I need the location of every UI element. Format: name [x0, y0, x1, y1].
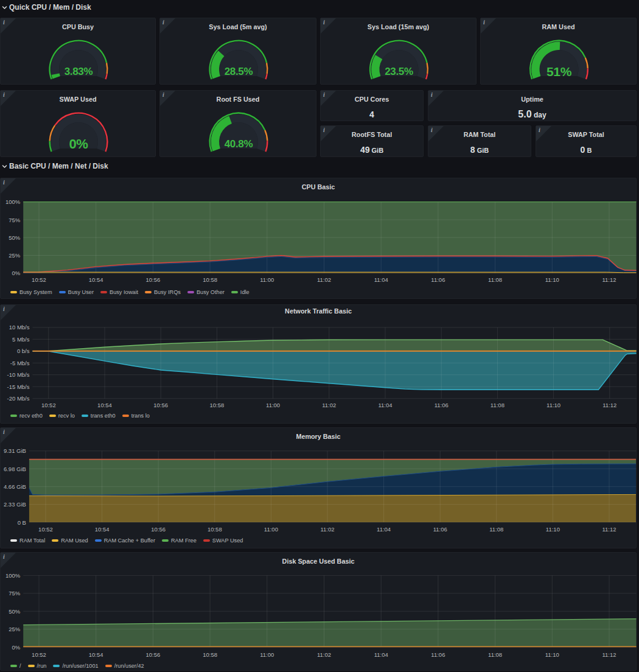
svg-text:11:00: 11:00 [260, 651, 274, 658]
svg-text:10 Mb/s: 10 Mb/s [9, 324, 30, 331]
svg-text:10:58: 10:58 [203, 276, 217, 283]
svg-text:4.66 GiB: 4.66 GiB [4, 483, 26, 490]
svg-text:11:02: 11:02 [322, 402, 336, 408]
svg-text:11:04: 11:04 [374, 276, 388, 283]
svg-text:10:54: 10:54 [89, 276, 103, 283]
svg-text:11:00: 11:00 [260, 276, 274, 283]
svg-text:10:56: 10:56 [146, 276, 161, 283]
svg-text:11:12: 11:12 [602, 276, 616, 283]
svg-text:11:04: 11:04 [378, 402, 392, 408]
svg-text:11:08: 11:08 [491, 402, 505, 408]
svg-text:11:00: 11:00 [266, 402, 280, 408]
svg-text:50%: 50% [9, 234, 21, 241]
svg-text:11:04: 11:04 [374, 651, 388, 658]
svg-text:11:04: 11:04 [377, 526, 391, 533]
svg-text:11:02: 11:02 [320, 526, 334, 533]
svg-text:2.33 GiB: 2.33 GiB [4, 501, 26, 508]
svg-text:9.31 GiB: 9.31 GiB [4, 447, 26, 454]
svg-text:11:12: 11:12 [602, 526, 616, 533]
svg-text:10:52: 10:52 [41, 402, 56, 408]
svg-text:11:10: 11:10 [545, 276, 559, 283]
svg-text:11:00: 11:00 [264, 526, 278, 533]
svg-text:10:58: 10:58 [210, 402, 225, 408]
svg-text:11:02: 11:02 [317, 276, 331, 283]
svg-text:11:12: 11:12 [602, 651, 616, 658]
svg-text:5 Mb/s: 5 Mb/s [12, 336, 30, 343]
svg-text:11:08: 11:08 [488, 276, 502, 283]
svg-text:-5 Mb/s: -5 Mb/s [10, 360, 30, 366]
svg-text:75%: 75% [9, 217, 21, 223]
svg-text:10:54: 10:54 [97, 402, 112, 408]
svg-text:-15 Mb/s: -15 Mb/s [7, 383, 30, 390]
svg-text:11:06: 11:06 [435, 402, 449, 408]
svg-text:0%: 0% [12, 644, 21, 651]
svg-text:10:56: 10:56 [151, 526, 166, 533]
svg-text:11:12: 11:12 [602, 402, 616, 408]
svg-text:28.5%: 28.5% [225, 66, 253, 77]
svg-text:10:58: 10:58 [203, 651, 217, 658]
svg-text:100%: 100% [5, 572, 21, 579]
svg-text:10:54: 10:54 [95, 526, 110, 533]
svg-text:11:08: 11:08 [489, 526, 503, 533]
svg-text:0 B: 0 B [18, 519, 26, 526]
svg-text:11:10: 11:10 [546, 526, 560, 533]
svg-text:0 b/s: 0 b/s [17, 348, 30, 354]
svg-text:11:08: 11:08 [488, 651, 502, 658]
svg-text:100%: 100% [5, 198, 21, 205]
svg-text:23.5%: 23.5% [385, 66, 413, 77]
svg-text:0%: 0% [12, 270, 21, 276]
svg-text:50%: 50% [9, 608, 21, 615]
svg-text:10:56: 10:56 [146, 651, 161, 658]
svg-text:-20 Mb/s: -20 Mb/s [7, 395, 30, 402]
svg-text:11:10: 11:10 [546, 402, 560, 408]
svg-text:25%: 25% [9, 252, 21, 259]
svg-text:11:02: 11:02 [317, 651, 331, 658]
svg-text:11:06: 11:06 [433, 526, 447, 533]
svg-text:11:10: 11:10 [545, 651, 559, 658]
svg-text:10:52: 10:52 [38, 526, 53, 533]
svg-text:10:56: 10:56 [153, 402, 168, 408]
svg-text:3.83%: 3.83% [65, 66, 93, 77]
svg-text:11:06: 11:06 [431, 276, 445, 283]
svg-text:51%: 51% [546, 65, 572, 79]
svg-text:75%: 75% [9, 590, 21, 597]
svg-text:6.98 GiB: 6.98 GiB [4, 466, 26, 472]
svg-text:10:52: 10:52 [32, 276, 46, 283]
svg-text:11:06: 11:06 [431, 651, 445, 658]
svg-text:10:52: 10:52 [32, 651, 46, 658]
svg-text:-10 Mb/s: -10 Mb/s [7, 371, 30, 378]
svg-text:10:58: 10:58 [208, 526, 222, 533]
svg-text:25%: 25% [9, 626, 21, 632]
svg-text:0%: 0% [69, 136, 88, 152]
svg-text:40.8%: 40.8% [225, 138, 253, 150]
svg-text:10:54: 10:54 [89, 651, 103, 658]
